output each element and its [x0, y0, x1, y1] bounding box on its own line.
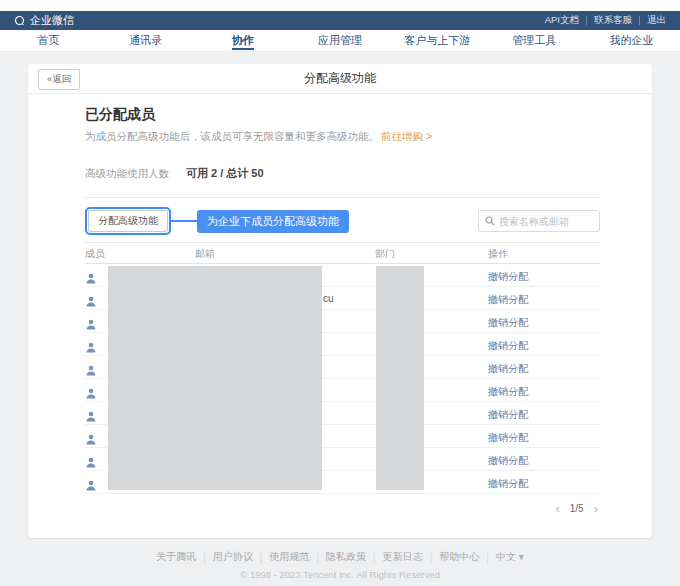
back-button[interactable]: «返回 [38, 69, 80, 90]
annotation-callout: 为企业下成员分配高级功能 [197, 210, 349, 233]
person-icon [86, 316, 96, 334]
footer-link-user-agreement[interactable]: 用户协议 [213, 550, 253, 564]
member-email-visible-text: cu [323, 293, 334, 304]
footer-link-privacy-policy[interactable]: 隐私政策 [326, 550, 366, 564]
revoke-assignment-link[interactable]: 撤销分配 [488, 316, 528, 330]
nav-item-collaboration[interactable]: 协作 [194, 30, 291, 51]
footer-links: 关于腾讯| 用户协议| 使用规范| 隐私政策| 更新日志| 帮助中心| 中文 ▾ [28, 550, 652, 564]
nav-item-home[interactable]: 首页 [0, 30, 97, 51]
assign-feature-button[interactable]: 分配高级功能 [88, 210, 168, 232]
contact-support-link[interactable]: 联系客服 [594, 14, 632, 27]
language-selector[interactable]: 中文 ▾ [496, 550, 524, 564]
toolbar: 分配高级功能 为企业下成员分配高级功能 [85, 208, 600, 234]
divider [85, 197, 600, 198]
members-table: 成员 邮箱 部门 操作 撤销分配 cu 撤销分配 撤销分配 [85, 242, 600, 494]
content-card: «返回 分配高级功能 已分配成员 为成员分配高级功能后，该成员可享无限容量和更多… [28, 64, 652, 538]
annotation-connector [171, 220, 197, 222]
separator: | [430, 552, 433, 563]
prev-page-button[interactable]: ‹ [555, 504, 559, 514]
usage-stats: 高级功能使用人数 可用 2 / 总计 50 [85, 166, 600, 181]
brand: 企业微信 [14, 13, 74, 28]
nav-label: 客户与上下游 [404, 34, 470, 46]
section-description: 为成员分配高级功能后，该成员可享无限容量和更多高级功能。 [85, 130, 379, 142]
section-description-row: 为成员分配高级功能后，该成员可享无限容量和更多高级功能。前往增购 > [85, 130, 600, 144]
revoke-assignment-link[interactable]: 撤销分配 [488, 431, 528, 445]
section-heading: 已分配成员 [85, 106, 600, 124]
nav-item-contacts[interactable]: 通讯录 [97, 30, 194, 51]
annotation-highlight: 分配高级功能 [85, 207, 171, 235]
separator: | [203, 552, 206, 563]
person-icon [86, 408, 96, 426]
card-header: «返回 分配高级功能 [28, 64, 652, 94]
search-input[interactable] [499, 216, 593, 227]
pagination: ‹ 1/5 › [85, 503, 600, 514]
person-icon [86, 270, 96, 288]
card-content: 已分配成员 为成员分配高级功能后，该成员可享无限容量和更多高级功能。前往增购 >… [28, 94, 652, 514]
main-nav: 首页 通讯录 协作 应用管理 客户与上下游 管理工具 我的企业 [0, 30, 680, 52]
nav-label: 协作 [232, 34, 254, 50]
redacted-member-info-block [108, 266, 322, 490]
browser-top-strip [0, 0, 680, 11]
usage-label: 高级功能使用人数 [85, 167, 169, 179]
page-indicator: 1/5 [570, 503, 584, 514]
nav-label: 通讯录 [129, 34, 162, 46]
table-header: 成员 邮箱 部门 操作 [85, 242, 600, 264]
annotated-button-group: 分配高级功能 为企业下成员分配高级功能 [85, 207, 349, 235]
separator: | [373, 552, 376, 563]
person-icon [86, 477, 96, 495]
search-box[interactable] [478, 210, 600, 232]
revoke-assignment-link[interactable]: 撤销分配 [488, 293, 528, 307]
page-title: 分配高级功能 [28, 70, 652, 87]
footer-link-help-center[interactable]: 帮助中心 [439, 550, 479, 564]
nav-label: 我的企业 [609, 34, 653, 46]
search-icon [485, 216, 495, 226]
column-header-action: 操作 [488, 243, 508, 265]
nav-label: 应用管理 [318, 34, 362, 46]
footer-link-usage-rules[interactable]: 使用规范 [269, 550, 309, 564]
footer-link-changelog[interactable]: 更新日志 [383, 550, 423, 564]
page-body: «返回 分配高级功能 已分配成员 为成员分配高级功能后，该成员可享无限容量和更多… [0, 52, 680, 580]
footer: 关于腾讯| 用户协议| 使用规范| 隐私政策| 更新日志| 帮助中心| 中文 ▾… [28, 550, 652, 580]
person-icon [86, 385, 96, 403]
screen: 企业微信 API文档 联系客服 退出 首页 通讯录 协作 应用管理 客户与上下游… [0, 0, 680, 586]
nav-item-admin-tools[interactable]: 管理工具 [486, 30, 583, 51]
revoke-assignment-link[interactable]: 撤销分配 [488, 454, 528, 468]
separator: | [486, 552, 489, 563]
revoke-assignment-link[interactable]: 撤销分配 [488, 270, 528, 284]
revoke-assignment-link[interactable]: 撤销分配 [488, 477, 528, 491]
nav-label: 首页 [38, 34, 60, 46]
copyright: © 1998 - 2023 Tencent Inc. All Rights Re… [28, 569, 652, 580]
separator [586, 16, 587, 25]
column-header-email: 邮箱 [195, 243, 215, 265]
person-icon [86, 454, 96, 472]
brand-name: 企业微信 [30, 13, 74, 28]
person-icon [86, 339, 96, 357]
separator [639, 16, 640, 25]
person-icon [86, 362, 96, 380]
footer-link-about[interactable]: 关于腾讯 [156, 550, 196, 564]
person-icon [86, 431, 96, 449]
column-header-member: 成员 [85, 243, 105, 265]
revoke-assignment-link[interactable]: 撤销分配 [488, 385, 528, 399]
purchase-link[interactable]: 前往增购 > [381, 130, 432, 142]
redacted-department-block [376, 266, 424, 490]
top-bar-links: API文档 联系客服 退出 [545, 14, 666, 27]
top-bar: 企业微信 API文档 联系客服 退出 [0, 11, 680, 30]
nav-item-app-management[interactable]: 应用管理 [291, 30, 388, 51]
usage-value: 可用 2 / 总计 50 [186, 167, 264, 179]
nav-item-customers[interactable]: 客户与上下游 [389, 30, 486, 51]
revoke-assignment-link[interactable]: 撤销分配 [488, 362, 528, 376]
nav-item-my-company[interactable]: 我的企业 [583, 30, 680, 51]
api-docs-link[interactable]: API文档 [545, 14, 579, 27]
person-icon [86, 293, 96, 311]
separator: | [316, 552, 319, 563]
next-page-button[interactable]: › [594, 504, 598, 514]
nav-label: 管理工具 [512, 34, 556, 46]
logout-link[interactable]: 退出 [647, 14, 666, 27]
separator: | [260, 552, 263, 563]
revoke-assignment-link[interactable]: 撤销分配 [488, 408, 528, 422]
column-header-department: 部门 [375, 243, 395, 265]
wechat-work-logo-icon [14, 15, 26, 27]
revoke-assignment-link[interactable]: 撤销分配 [488, 339, 528, 353]
